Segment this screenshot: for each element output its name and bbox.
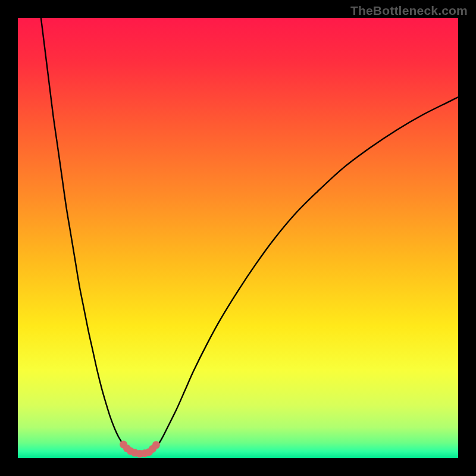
bottleneck-curve-left <box>40 18 132 451</box>
curve-layer <box>18 18 458 458</box>
bottleneck-curve-right <box>150 97 458 451</box>
optimal-zone-markers <box>120 441 160 458</box>
chart-frame: TheBottleneck.com <box>0 0 476 476</box>
plot-area <box>18 18 458 458</box>
marker-dot <box>152 441 160 449</box>
watermark-text: TheBottleneck.com <box>350 4 468 18</box>
